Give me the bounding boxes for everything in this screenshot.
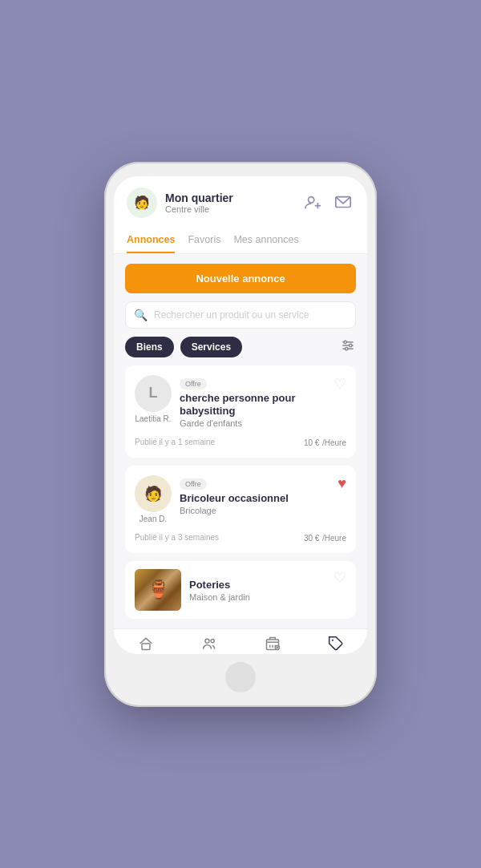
svg-rect-10: [142, 644, 150, 650]
search-bar[interactable]: 🔍 Rechercher un produit ou un service: [125, 301, 356, 329]
header: 🧑 Mon quartier Centre ville: [114, 176, 367, 226]
listing-footer-2: Publié il y a 3 semaines 30 € /Heure: [135, 531, 346, 543]
listing-price-2: 30 € /Heure: [304, 531, 346, 543]
listing-category-2: Bricolage: [180, 506, 346, 515]
tab-mes-annonces[interactable]: Mes annonces: [233, 226, 298, 253]
listing-title-3: Poteries: [189, 579, 346, 592]
listing-avatar-col-1: L Laetitia R.: [135, 375, 172, 423]
header-subtitle: Centre ville: [165, 204, 293, 214]
phone-frame: 🧑 Mon quartier Centre ville: [104, 162, 377, 707]
listing-top-1: L Laetitia R. Offre cherche personne pou…: [135, 375, 346, 429]
listing-heart-2[interactable]: ♥: [338, 475, 346, 492]
app-content: 🧑 Mon quartier Centre ville: [114, 176, 367, 654]
svg-point-0: [309, 196, 314, 202]
nav-mon-quartier[interactable]: Mon quartier: [240, 636, 304, 653]
listing-heart-3[interactable]: ♡: [333, 569, 346, 587]
listing-card-1[interactable]: L Laetitia R. Offre cherche personne pou…: [125, 365, 356, 458]
new-ad-button[interactable]: Nouvelle annonce: [125, 264, 356, 293]
svg-point-12: [211, 640, 214, 643]
message-icon[interactable]: [332, 192, 354, 214]
pottery-image: [135, 569, 181, 611]
header-icons: [301, 192, 354, 214]
listing-category-3: Maison & jardin: [189, 592, 346, 602]
tab-annonces[interactable]: Annonces: [127, 226, 175, 253]
home-icon: [138, 636, 154, 653]
listing-avatar-2: 🧑: [135, 475, 172, 512]
listing-category-1: Garde d'enfants: [180, 418, 346, 428]
filter-biens[interactable]: Biens: [125, 337, 174, 357]
main-area: Nouvelle annonce 🔍 Rechercher un produit…: [114, 254, 367, 629]
home-button[interactable]: [225, 662, 256, 692]
header-text: Mon quartier Centre ville: [165, 192, 293, 214]
listing-image-3: [135, 569, 181, 611]
neighbors-icon: [201, 636, 217, 653]
add-person-icon[interactable]: [301, 192, 324, 214]
nav-mes-voisins[interactable]: Mes voisins: [177, 636, 240, 653]
search-icon: 🔍: [134, 309, 148, 321]
nav-petites-annonces[interactable]: Petites annonces: [304, 636, 367, 653]
avatar-icon: 🧑: [134, 195, 150, 210]
filter-options-icon[interactable]: [340, 337, 356, 357]
listing-title-2: Bricoleur occasionnel: [180, 492, 346, 506]
tab-favoris[interactable]: Favoris: [188, 226, 220, 253]
listing-badge-1: Offre: [180, 378, 207, 390]
nav-ma-residence[interactable]: Ma résidence: [114, 636, 177, 653]
svg-point-8: [350, 344, 352, 346]
phone-screen: 🧑 Mon quartier Centre ville: [114, 176, 367, 654]
listing-card-3[interactable]: Poteries Maison & jardin ♡: [125, 561, 356, 619]
listing-user-2: Jean D.: [139, 515, 167, 523]
listing-avatar-1: L: [135, 375, 172, 412]
listing-heart-1[interactable]: ♡: [333, 375, 346, 393]
listing-title-1: cherche personne pour babysitting: [180, 392, 346, 419]
listing-info-2: Offre Bricoleur occasionnel Bricolage: [180, 475, 346, 515]
annonces-icon: [328, 636, 344, 653]
bottom-nav: Ma résidence Mes voisins: [114, 628, 367, 653]
listing-badge-2: Offre: [180, 478, 207, 490]
quartier-icon: [265, 636, 281, 653]
listing-info-3: Poteries Maison & jardin: [189, 579, 346, 602]
search-placeholder: Rechercher un produit ou un service: [154, 309, 309, 321]
svg-point-9: [346, 347, 348, 349]
listing-footer-1: Publié il y a 1 semaine 10 € /Heure: [135, 436, 346, 448]
svg-point-11: [205, 639, 209, 643]
listing-date-1: Publié il y a 1 semaine: [135, 438, 215, 446]
svg-point-7: [344, 341, 346, 343]
tab-bar: Annonces Favoris Mes annonces: [114, 226, 367, 254]
listing-avatar-col-2: 🧑 Jean D.: [135, 475, 172, 523]
filter-services[interactable]: Services: [180, 337, 242, 357]
listing-user-1: Laetitia R.: [135, 414, 171, 423]
listing-info-1: Offre cherche personne pour babysitting …: [180, 375, 346, 429]
listing-date-2: Publié il y a 3 semaines: [135, 533, 219, 542]
filter-row: Biens Services: [125, 337, 356, 357]
listing-top-2: 🧑 Jean D. Offre Bricoleur occasionnel Br…: [135, 475, 346, 523]
header-title: Mon quartier: [165, 192, 293, 204]
listing-card-2[interactable]: 🧑 Jean D. Offre Bricoleur occasionnel Br…: [125, 466, 356, 553]
listing-price-1: 10 € /Heure: [304, 436, 346, 448]
avatar: 🧑: [127, 188, 157, 218]
